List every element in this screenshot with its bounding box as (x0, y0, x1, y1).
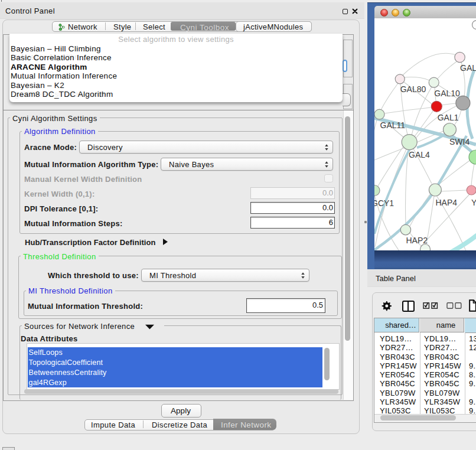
svg-text:GAL1: GAL1 (438, 113, 459, 122)
svg-text:SWI4: SWI4 (449, 137, 470, 146)
svg-text:Y: Y (471, 198, 476, 207)
svg-text:GAL11: GAL11 (380, 120, 406, 130)
svg-text:GAL: GAL (460, 63, 476, 73)
svg-text:HAP4: HAP4 (436, 198, 458, 207)
svg-text:GAL80: GAL80 (400, 84, 426, 94)
svg-text:GAL10: GAL10 (434, 89, 460, 98)
svg-text:GAL4: GAL4 (409, 150, 430, 159)
svg-text:GCY1: GCY1 (374, 198, 394, 208)
svg-text:HAP2: HAP2 (406, 236, 428, 245)
